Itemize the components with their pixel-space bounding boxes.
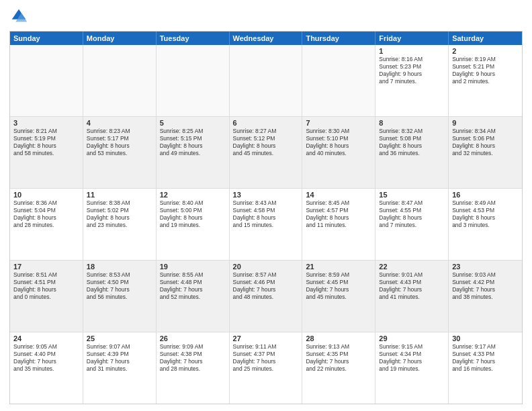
calendar-cell: 15Sunrise: 8:47 AM Sunset: 4:55 PM Dayli…: [375, 189, 449, 260]
calendar-cell: 14Sunrise: 8:45 AM Sunset: 4:57 PM Dayli…: [302, 189, 375, 260]
day-number: 25: [87, 334, 152, 342]
day-number: 9: [452, 119, 519, 127]
weekday-header: Sunday: [10, 32, 83, 45]
calendar-cell: 17Sunrise: 8:51 AM Sunset: 4:51 PM Dayli…: [10, 261, 83, 332]
calendar-row: 17Sunrise: 8:51 AM Sunset: 4:51 PM Dayli…: [10, 261, 522, 332]
weekday-header: Thursday: [302, 32, 375, 45]
cell-daylight-info: Sunrise: 9:01 AM Sunset: 4:43 PM Dayligh…: [379, 271, 445, 301]
calendar-cell: [10, 45, 83, 116]
calendar-cell: 28Sunrise: 9:13 AM Sunset: 4:35 PM Dayli…: [302, 332, 375, 404]
weekday-header: Saturday: [449, 32, 522, 45]
day-number: 7: [306, 119, 371, 127]
calendar-cell: 12Sunrise: 8:40 AM Sunset: 5:00 PM Dayli…: [157, 189, 230, 260]
cell-daylight-info: Sunrise: 8:55 AM Sunset: 4:48 PM Dayligh…: [160, 271, 226, 301]
day-number: 30: [452, 334, 519, 342]
cell-daylight-info: Sunrise: 8:47 AM Sunset: 4:55 PM Dayligh…: [379, 199, 445, 229]
page: SundayMondayTuesdayWednesdayThursdayFrid…: [0, 0, 532, 411]
calendar-cell: 13Sunrise: 8:43 AM Sunset: 4:58 PM Dayli…: [230, 189, 303, 260]
calendar-row: 1Sunrise: 8:16 AM Sunset: 5:23 PM Daylig…: [10, 45, 522, 117]
day-number: 20: [233, 263, 299, 271]
calendar-cell: 5Sunrise: 8:25 AM Sunset: 5:15 PM Daylig…: [157, 117, 230, 188]
day-number: 8: [379, 119, 445, 127]
cell-daylight-info: Sunrise: 9:11 AM Sunset: 4:37 PM Dayligh…: [233, 343, 299, 373]
cell-daylight-info: Sunrise: 8:21 AM Sunset: 5:19 PM Dayligh…: [13, 128, 79, 157]
cell-daylight-info: Sunrise: 8:51 AM Sunset: 4:51 PM Dayligh…: [13, 271, 79, 301]
day-number: 27: [233, 334, 299, 342]
calendar-cell: 29Sunrise: 9:15 AM Sunset: 4:34 PM Dayli…: [375, 332, 449, 404]
day-number: 11: [87, 191, 152, 199]
calendar-cell: 11Sunrise: 8:38 AM Sunset: 5:02 PM Dayli…: [83, 189, 157, 260]
calendar-cell: 10Sunrise: 8:36 AM Sunset: 5:04 PM Dayli…: [10, 189, 83, 260]
cell-daylight-info: Sunrise: 8:34 AM Sunset: 5:06 PM Dayligh…: [452, 128, 519, 157]
cell-daylight-info: Sunrise: 9:03 AM Sunset: 4:42 PM Dayligh…: [452, 271, 519, 301]
calendar-cell: 25Sunrise: 9:07 AM Sunset: 4:39 PM Dayli…: [83, 332, 157, 404]
day-number: 6: [233, 119, 299, 127]
day-number: 18: [87, 263, 152, 271]
calendar-cell: [230, 45, 303, 116]
weekday-header: Monday: [83, 32, 157, 45]
calendar-cell: 8Sunrise: 8:32 AM Sunset: 5:08 PM Daylig…: [375, 117, 449, 188]
day-number: 13: [233, 191, 299, 199]
header: [9, 7, 523, 26]
day-number: 16: [452, 191, 519, 199]
cell-daylight-info: Sunrise: 8:19 AM Sunset: 5:21 PM Dayligh…: [452, 56, 519, 85]
day-number: 22: [379, 263, 445, 271]
logo-icon: [9, 7, 28, 26]
cell-daylight-info: Sunrise: 8:30 AM Sunset: 5:10 PM Dayligh…: [306, 128, 371, 157]
calendar-cell: 20Sunrise: 8:57 AM Sunset: 4:46 PM Dayli…: [230, 261, 303, 332]
day-number: 5: [160, 119, 226, 127]
calendar-cell: [157, 45, 230, 116]
calendar-cell: 19Sunrise: 8:55 AM Sunset: 4:48 PM Dayli…: [157, 261, 230, 332]
day-number: 17: [13, 263, 79, 271]
day-number: 2: [452, 47, 519, 55]
cell-daylight-info: Sunrise: 8:40 AM Sunset: 5:00 PM Dayligh…: [160, 199, 226, 229]
calendar-cell: 23Sunrise: 9:03 AM Sunset: 4:42 PM Dayli…: [449, 261, 522, 332]
day-number: 14: [306, 191, 371, 199]
cell-daylight-info: Sunrise: 8:32 AM Sunset: 5:08 PM Dayligh…: [379, 128, 445, 157]
day-number: 26: [160, 334, 226, 342]
day-number: 28: [306, 334, 371, 342]
calendar-cell: 24Sunrise: 9:05 AM Sunset: 4:40 PM Dayli…: [10, 332, 83, 404]
calendar-cell: 4Sunrise: 8:23 AM Sunset: 5:17 PM Daylig…: [83, 117, 157, 188]
weekday-header: Tuesday: [157, 32, 230, 45]
weekday-header: Friday: [375, 32, 449, 45]
cell-daylight-info: Sunrise: 9:17 AM Sunset: 4:33 PM Dayligh…: [452, 343, 519, 373]
day-number: 24: [13, 334, 79, 342]
cell-daylight-info: Sunrise: 8:43 AM Sunset: 4:58 PM Dayligh…: [233, 199, 299, 229]
day-number: 12: [160, 191, 226, 199]
cell-daylight-info: Sunrise: 8:57 AM Sunset: 4:46 PM Dayligh…: [233, 271, 299, 301]
cell-daylight-info: Sunrise: 8:36 AM Sunset: 5:04 PM Dayligh…: [13, 199, 79, 229]
day-number: 10: [13, 191, 79, 199]
calendar-cell: [83, 45, 157, 116]
calendar-header: SundayMondayTuesdayWednesdayThursdayFrid…: [10, 32, 522, 45]
calendar-cell: 3Sunrise: 8:21 AM Sunset: 5:19 PM Daylig…: [10, 117, 83, 188]
calendar-body: 1Sunrise: 8:16 AM Sunset: 5:23 PM Daylig…: [10, 45, 522, 404]
calendar: SundayMondayTuesdayWednesdayThursdayFrid…: [9, 31, 523, 404]
logo: [9, 7, 31, 26]
cell-daylight-info: Sunrise: 8:16 AM Sunset: 5:23 PM Dayligh…: [379, 56, 445, 85]
day-number: 3: [13, 119, 79, 127]
calendar-row: 3Sunrise: 8:21 AM Sunset: 5:19 PM Daylig…: [10, 117, 522, 189]
calendar-cell: 9Sunrise: 8:34 AM Sunset: 5:06 PM Daylig…: [449, 117, 522, 188]
cell-daylight-info: Sunrise: 8:45 AM Sunset: 4:57 PM Dayligh…: [306, 199, 371, 229]
cell-daylight-info: Sunrise: 8:25 AM Sunset: 5:15 PM Dayligh…: [160, 128, 226, 157]
cell-daylight-info: Sunrise: 8:23 AM Sunset: 5:17 PM Dayligh…: [87, 128, 152, 157]
day-number: 1: [379, 47, 445, 55]
calendar-cell: 30Sunrise: 9:17 AM Sunset: 4:33 PM Dayli…: [449, 332, 522, 404]
calendar-cell: 26Sunrise: 9:09 AM Sunset: 4:38 PM Dayli…: [157, 332, 230, 404]
calendar-cell: 6Sunrise: 8:27 AM Sunset: 5:12 PM Daylig…: [230, 117, 303, 188]
calendar-row: 10Sunrise: 8:36 AM Sunset: 5:04 PM Dayli…: [10, 189, 522, 261]
calendar-cell: 2Sunrise: 8:19 AM Sunset: 5:21 PM Daylig…: [449, 45, 522, 116]
calendar-cell: 27Sunrise: 9:11 AM Sunset: 4:37 PM Dayli…: [230, 332, 303, 404]
day-number: 15: [379, 191, 445, 199]
cell-daylight-info: Sunrise: 8:49 AM Sunset: 4:53 PM Dayligh…: [452, 199, 519, 229]
calendar-cell: 18Sunrise: 8:53 AM Sunset: 4:50 PM Dayli…: [83, 261, 157, 332]
calendar-cell: 1Sunrise: 8:16 AM Sunset: 5:23 PM Daylig…: [375, 45, 449, 116]
cell-daylight-info: Sunrise: 8:59 AM Sunset: 4:45 PM Dayligh…: [306, 271, 371, 301]
cell-daylight-info: Sunrise: 9:13 AM Sunset: 4:35 PM Dayligh…: [306, 343, 371, 373]
cell-daylight-info: Sunrise: 8:27 AM Sunset: 5:12 PM Dayligh…: [233, 128, 299, 157]
day-number: 29: [379, 334, 445, 342]
calendar-cell: 7Sunrise: 8:30 AM Sunset: 5:10 PM Daylig…: [302, 117, 375, 188]
cell-daylight-info: Sunrise: 8:38 AM Sunset: 5:02 PM Dayligh…: [87, 199, 152, 229]
cell-daylight-info: Sunrise: 9:05 AM Sunset: 4:40 PM Dayligh…: [13, 343, 79, 373]
